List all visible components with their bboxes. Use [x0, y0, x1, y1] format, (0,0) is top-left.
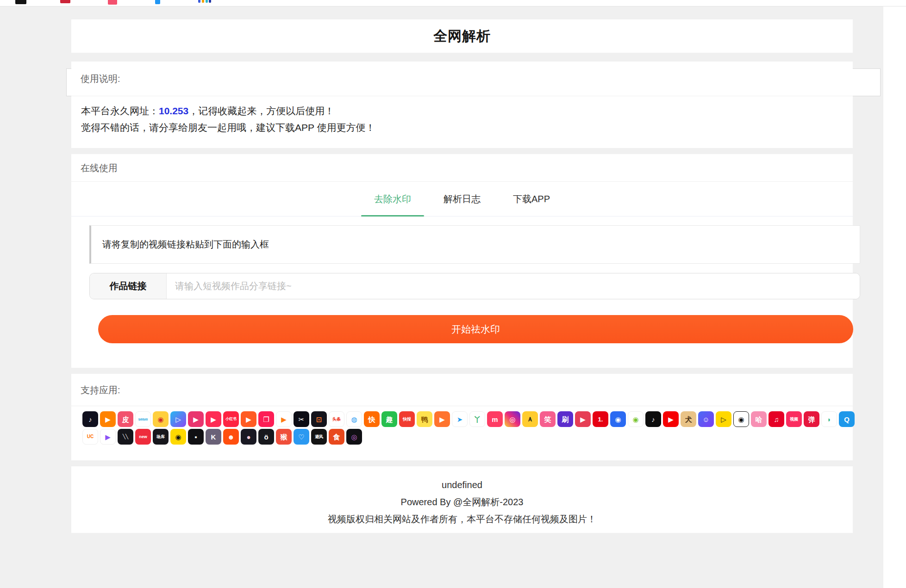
kankan-video-icon: ◉ — [628, 411, 644, 427]
youtube-icon: ▶ — [663, 411, 679, 427]
berry-video-icon: ▶ — [100, 429, 116, 445]
qutoutiao-icon: 趣 — [381, 411, 397, 427]
xiaohongshu-icon: 小红书 — [223, 411, 239, 427]
luping-recorder-icon: ⊡ — [311, 411, 327, 427]
piaoquan-video-icon: ❐ — [258, 411, 274, 427]
online-use-card: 在线使用 去除水印解析日志下载APP 请将复制的视频链接粘贴到下面的输入框 作品… — [71, 154, 853, 368]
kaiyan-capsule-icon: ☺ — [698, 411, 714, 427]
tab-download-app[interactable]: 下载APP — [500, 182, 563, 216]
browser-top-strip — [0, 0, 906, 6]
yidian-zixun-icon: 1. — [593, 411, 608, 427]
line1-suffix: ，记得收藏起来，方便以后使用！ — [188, 105, 334, 116]
hongguo-icon: ☻ — [223, 429, 239, 445]
footer-card: undefined Powered By @全网解析-2023 视频版权归相关网… — [71, 466, 853, 533]
online-use-header: 在线使用 — [71, 154, 853, 182]
haokan-video-icon: ◉ — [610, 411, 626, 427]
changku-icon: 场库 — [153, 429, 169, 445]
neihan-duanzi-icon: 哈 — [751, 411, 767, 427]
dog-video-icon: 犬 — [681, 411, 696, 427]
netease-music-icon: ♫ — [769, 411, 784, 427]
kuran-icon: K — [206, 429, 221, 445]
bixin-icon: ♡ — [294, 429, 309, 445]
kuai-video-icon: ◉ — [170, 429, 186, 445]
tiantian-kuaibao-icon: 快报 — [399, 411, 415, 427]
instructions-line2: 觉得不错的话，请分享给朋友一起用哦，建议下载APP 使用更方便！ — [81, 119, 843, 136]
kuaishou-icon: ▶ — [100, 411, 116, 427]
eyepetizer-icon: ◉ — [733, 411, 749, 427]
footer-copyright: 视频版权归相关网站及作者所有，本平台不存储任何视频及图片！ — [71, 511, 853, 528]
quanmin-video-icon: ▶ — [188, 411, 204, 427]
meitu-icon: m — [487, 411, 503, 427]
favicon-fragment-pink — [108, 0, 117, 5]
instructions-header: 使用说明: — [71, 62, 853, 96]
xiaoniangao-icon: new — [135, 429, 151, 445]
app-icons-row-1: ♪▶皮bilibili◉▷▶▶小红书▶❐▶✂⊡头条◍快趣快报鸭▶➤丫m◎Ａ笑刷▶… — [82, 411, 853, 427]
weishi-icon: ▶ — [575, 411, 591, 427]
aiqiyi-suike-icon: ▶ — [276, 411, 292, 427]
zuiyou-icon: ö — [258, 429, 274, 445]
weibo-icon: ◉ — [153, 411, 169, 427]
favicon-fragment-red — [60, 0, 70, 3]
right-gutter — [883, 0, 906, 588]
favicon-fragment-blue — [155, 0, 160, 4]
link-input-label: 作品链接 — [90, 273, 167, 299]
footer-powered-by: Powered By @全网解析-2023 — [71, 494, 853, 511]
twitter-icon: ➤ — [452, 411, 468, 427]
douyin-jisu-icon: ▶ — [206, 411, 221, 427]
xiaolu-video-icon: ◗ — [821, 411, 837, 427]
favicon-fragment-dot-teal — [206, 0, 208, 3]
instructions-line1: 本平台永久网址：10.253，记得收藏起来，方便以后使用！ — [81, 103, 843, 119]
tab-remove-watermark[interactable]: 去除水印 — [361, 182, 424, 216]
tab-parse-log[interactable]: 解析日志 — [431, 182, 494, 216]
tabs-bar: 去除水印解析日志下载APP — [71, 182, 853, 217]
pipixia-icon: 皮 — [118, 411, 133, 427]
link-input-row: 作品链接 — [89, 273, 860, 299]
douyin-icon: ♪ — [82, 411, 98, 427]
favicon-fragment-dot-orange — [202, 0, 204, 3]
app-icons-row-2: UC▶╲╲new场库◉▪K☻●ö猴♡避风食◎ — [82, 429, 853, 445]
pipi-gaoxiao-icon: 笑 — [540, 411, 556, 427]
footer-line-undefined: undefined — [71, 477, 853, 494]
line1-prefix: 本平台永久网址： — [81, 105, 159, 116]
douyin-huoshan-icon: ▷ — [170, 411, 186, 427]
dongchedi-icon: Ａ — [522, 411, 538, 427]
supported-apps-card: 支持应用: ♪▶皮bilibili◉▷▶▶小红书▶❐▶✂⊡头条◍快趣快报鸭▶➤丫… — [71, 374, 853, 460]
bifeng-icon: 避风 — [311, 429, 327, 445]
instructions-card: 使用说明: 本平台永久网址：10.253，记得收藏起来，方便以后使用！ 觉得不错… — [71, 62, 853, 148]
instructions-body: 本平台永久网址：10.253，记得收藏起来，方便以后使用！ 觉得不错的话，请分享… — [71, 96, 853, 142]
meishi-icon: 食 — [329, 429, 344, 445]
qishui-music-icon: ♪ — [645, 411, 661, 427]
paste-link-notice: 请将复制的视频链接粘贴到下面的输入框 — [89, 225, 860, 264]
qq-browser-icon: ◍ — [346, 411, 362, 427]
toutiao-icon: 头条 — [329, 411, 344, 427]
start-remove-watermark-button[interactable]: 开始祛水印 — [98, 315, 853, 343]
favicon-fragment-dot-navy — [209, 0, 211, 3]
diyidan-icon: 弹 — [804, 411, 819, 427]
app-icons-area: ♪▶皮bilibili◉▷▶▶小红书▶❐▶✂⊡头条◍快趣快报鸭▶➤丫m◎Ａ笑刷▶… — [71, 406, 853, 445]
instagram-icon: ◎ — [505, 411, 520, 427]
lvzhou-icon: 丫 — [469, 411, 485, 427]
supported-apps-header: 支持应用: — [71, 374, 853, 406]
tencent-penguin-icon: Q — [839, 411, 855, 427]
xigua-play-icon: ▶ — [434, 411, 450, 427]
pipi-monkey-icon: 猴 — [276, 429, 292, 445]
wei-shipin-icon: 视频 — [786, 411, 802, 427]
inke-icon: ▷ — [716, 411, 731, 427]
favicon-fragment-black — [15, 0, 26, 4]
page-title: 全网解析 — [433, 27, 491, 46]
capcut-jianying-icon: ✂ — [294, 411, 309, 427]
xigua-video-icon: ▶ — [241, 411, 256, 427]
shuabao-icon: 刷 — [557, 411, 573, 427]
permanent-url-link[interactable]: 10.253 — [159, 105, 188, 116]
title-card: 全网解析 — [71, 19, 853, 53]
bilibili-icon: bilibili — [135, 411, 151, 427]
favicon-fragment-dot-blue — [198, 0, 200, 3]
pianchang-icon: ▪ — [188, 429, 204, 445]
vue-vlog-icon: ╲╲ — [118, 429, 133, 445]
onetake-icon: ◎ — [346, 429, 362, 445]
video-link-input[interactable] — [167, 273, 860, 299]
pipi-duck-icon: 鸭 — [417, 411, 432, 427]
qingyan-icon: ● — [241, 429, 256, 445]
kuaishou-jisu-icon: 快 — [364, 411, 380, 427]
uc-browser-icon: UC — [82, 429, 98, 445]
